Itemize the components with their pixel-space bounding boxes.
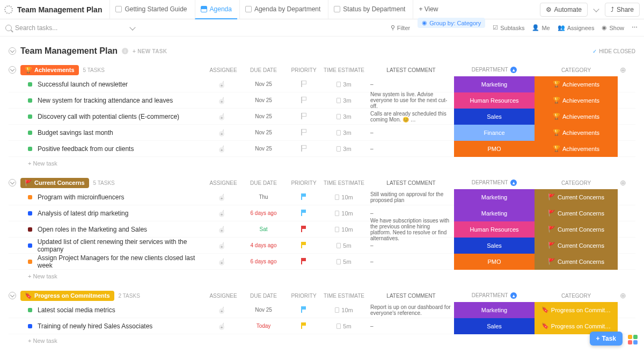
share-button[interactable]: ⤴Share bbox=[605, 3, 640, 17]
collapse-all-icon[interactable] bbox=[9, 47, 16, 55]
department-pill[interactable]: Finance bbox=[454, 125, 535, 141]
category-pill[interactable]: 🔖 Progress on Commit… bbox=[535, 302, 618, 318]
flag-icon[interactable] bbox=[301, 193, 306, 200]
status-square-icon[interactable] bbox=[28, 260, 32, 264]
group-pill[interactable]: 🏆Achievements bbox=[20, 65, 79, 75]
time-estimate[interactable]: 10m bbox=[320, 210, 368, 217]
flag-icon[interactable] bbox=[301, 129, 306, 135]
task-row[interactable]: Budget savings last month Nov 25 3m – Fi… bbox=[9, 125, 635, 141]
group-pill[interactable]: 🔖Progress on Commitments bbox=[20, 291, 114, 301]
me-button[interactable]: 👤 Me bbox=[532, 24, 550, 31]
time-estimate[interactable]: 3m bbox=[320, 81, 368, 88]
department-pill[interactable]: Marketing bbox=[454, 205, 535, 221]
department-pill[interactable]: Sales bbox=[454, 109, 535, 125]
time-estimate[interactable]: 3m bbox=[320, 146, 368, 152]
new-task-ghost[interactable]: + NEW TASK bbox=[133, 48, 167, 54]
assignee-avatar[interactable] bbox=[223, 97, 224, 104]
assignee-avatar[interactable] bbox=[223, 129, 224, 136]
add-column-button[interactable]: ⊕ bbox=[618, 66, 628, 74]
due-date[interactable]: Nov 25 bbox=[239, 81, 288, 87]
new-task-row[interactable]: + New task bbox=[9, 157, 635, 167]
group-by-button[interactable]: ◉ Group by: Category bbox=[418, 18, 485, 28]
search-input[interactable]: Search tasks... bbox=[5, 24, 391, 32]
show-button[interactable]: ◉ Show bbox=[602, 24, 624, 31]
collapse-icon[interactable] bbox=[9, 66, 16, 74]
category-pill[interactable]: 🚩 Current Concerns bbox=[535, 221, 618, 238]
sort-icon[interactable]: ▲ bbox=[510, 292, 517, 299]
due-date[interactable]: Thu bbox=[239, 194, 288, 200]
due-date[interactable]: Today bbox=[239, 323, 288, 329]
flag-icon[interactable] bbox=[301, 113, 306, 119]
assignee-avatar[interactable] bbox=[223, 81, 224, 88]
category-pill[interactable]: 🏆 Achievements bbox=[535, 109, 618, 125]
status-square-icon[interactable] bbox=[28, 211, 32, 215]
status-square-icon[interactable] bbox=[28, 195, 32, 199]
flag-icon[interactable] bbox=[301, 258, 306, 264]
new-task-row[interactable]: + New task bbox=[9, 270, 635, 279]
department-pill[interactable]: Human Resources bbox=[454, 92, 535, 109]
task-row[interactable]: Open roles in the Marketing and Sales Sa… bbox=[9, 221, 635, 238]
assignee-avatar[interactable] bbox=[223, 226, 224, 233]
department-pill[interactable]: Human Resources bbox=[454, 221, 535, 238]
assignee-avatar[interactable] bbox=[223, 210, 224, 217]
task-row[interactable]: Training of newly hired Sales Associates… bbox=[9, 318, 635, 334]
collapse-icon[interactable] bbox=[9, 179, 16, 186]
collapse-icon[interactable] bbox=[9, 292, 16, 299]
category-pill[interactable]: 🚩 Current Concerns bbox=[535, 189, 618, 205]
tab-agenda[interactable]: Agenda bbox=[195, 0, 237, 19]
new-task-row[interactable]: + New task bbox=[9, 334, 635, 344]
tab-agenda-by-department[interactable]: Agenda by Department bbox=[239, 0, 326, 19]
time-estimate[interactable]: 3m bbox=[320, 113, 368, 120]
assignee-avatar[interactable] bbox=[223, 322, 224, 329]
status-square-icon[interactable] bbox=[28, 227, 32, 232]
time-estimate[interactable]: 3m bbox=[320, 130, 368, 136]
assignee-avatar[interactable] bbox=[223, 193, 224, 200]
task-row[interactable]: New system for tracking attendance and l… bbox=[9, 92, 635, 109]
tab-status-by-department[interactable]: Status by Department bbox=[328, 0, 411, 19]
sort-icon[interactable]: ▲ bbox=[510, 179, 517, 186]
department-pill[interactable]: PMO bbox=[454, 141, 535, 157]
due-date[interactable]: Nov 25 bbox=[239, 97, 288, 103]
department-pill[interactable]: Marketing bbox=[454, 76, 535, 92]
chevron-down-icon[interactable] bbox=[593, 6, 599, 12]
add-column-button[interactable]: ⊕ bbox=[618, 291, 628, 300]
add-view-button[interactable]: + View bbox=[413, 0, 443, 19]
task-row[interactable]: Assign Project Managers for the new clie… bbox=[9, 254, 635, 270]
task-row[interactable]: Updated list of client renewing their se… bbox=[9, 238, 635, 254]
status-square-icon[interactable] bbox=[28, 114, 32, 119]
time-estimate[interactable]: 5m bbox=[320, 242, 368, 249]
due-date[interactable]: Nov 25 bbox=[239, 307, 288, 313]
more-button[interactable]: ⋯ bbox=[632, 24, 639, 31]
status-square-icon[interactable] bbox=[28, 308, 32, 312]
category-pill[interactable]: 🏆 Achievements bbox=[535, 125, 618, 141]
status-square-icon[interactable] bbox=[28, 131, 32, 135]
task-row[interactable]: Analysis of latest drip marketing 6 days… bbox=[9, 205, 635, 221]
flag-icon[interactable] bbox=[301, 322, 306, 329]
task-row[interactable]: Discovery call with potential clients (E… bbox=[9, 109, 635, 125]
department-pill[interactable]: Sales bbox=[454, 238, 535, 254]
task-row[interactable]: Latest social media metrics Nov 25 10m R… bbox=[9, 302, 635, 318]
tab-getting-started[interactable]: Getting Started Guide bbox=[109, 0, 192, 19]
flag-icon[interactable] bbox=[301, 242, 306, 248]
due-date[interactable]: Nov 25 bbox=[239, 113, 288, 119]
assignee-avatar[interactable] bbox=[223, 113, 224, 120]
due-date[interactable]: Nov 25 bbox=[239, 146, 288, 152]
subtasks-button[interactable]: ☑ Subtasks bbox=[493, 24, 524, 31]
assignee-avatar[interactable] bbox=[223, 145, 224, 152]
add-column-button[interactable]: ⊕ bbox=[618, 178, 628, 187]
filter-button[interactable]: ⚲ Filter bbox=[391, 24, 410, 31]
sort-icon[interactable]: ▲ bbox=[510, 67, 517, 73]
category-pill[interactable]: 🚩 Current Concerns bbox=[535, 254, 618, 270]
flag-icon[interactable] bbox=[301, 145, 306, 152]
status-square-icon[interactable] bbox=[28, 324, 32, 328]
department-pill[interactable]: Marketing bbox=[454, 189, 535, 205]
info-icon[interactable]: i bbox=[122, 48, 128, 54]
status-square-icon[interactable] bbox=[28, 243, 32, 248]
time-estimate[interactable]: 5m bbox=[320, 258, 368, 265]
category-pill[interactable]: 🏆 Achievements bbox=[535, 76, 618, 92]
category-pill[interactable]: 🚩 Current Concerns bbox=[535, 238, 618, 254]
time-estimate[interactable]: 10m bbox=[320, 226, 368, 233]
category-pill[interactable]: 🏆 Achievements bbox=[535, 141, 618, 157]
flag-icon[interactable] bbox=[301, 306, 306, 313]
status-square-icon[interactable] bbox=[28, 98, 32, 103]
